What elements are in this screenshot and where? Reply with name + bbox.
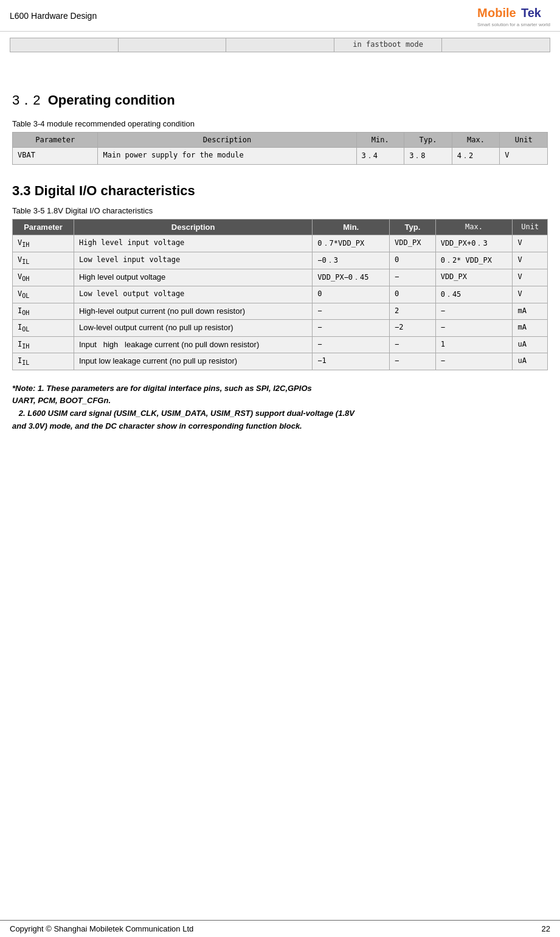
cell-unit: V — [513, 252, 548, 269]
cell-param: VOH — [13, 269, 74, 286]
col-max-mono: Max. — [435, 220, 513, 235]
cell-min: − — [313, 336, 390, 353]
cell-param: VBAT — [13, 148, 98, 165]
fastboot-cell-5 — [442, 38, 550, 52]
cell-desc: Main power supply for the module — [98, 148, 356, 165]
cell-param: VOL — [13, 286, 74, 303]
page-number: 22 — [542, 924, 550, 933]
cell-desc: Input low leakage current (no pull up re… — [74, 353, 312, 370]
page-header: L600 Hardware Design M obile Tek Smart s… — [0, 0, 560, 32]
cell-min: 0．7*VDD_PX — [313, 235, 390, 252]
cell-unit: V — [513, 269, 548, 286]
cell-min: −1 — [313, 353, 390, 370]
col-parameter: Parameter — [13, 133, 98, 148]
svg-text:M: M — [477, 6, 488, 19]
section-33: 3.3 Digital I/O characteristics — [12, 183, 548, 199]
cell-min: −0．3 — [313, 252, 390, 269]
cell-desc: Low level input voltage — [74, 252, 312, 269]
main-content: 3．2 Operating condition Table 3-4 module… — [0, 57, 560, 461]
notes-section: *Note: 1. These parameters are for digit… — [12, 382, 548, 433]
logo-mobile-part: M obile Tek — [477, 7, 550, 16]
cell-typ: VDD_PX — [390, 235, 436, 252]
logo-tagline: Smart solution for a smarter world — [477, 22, 550, 27]
cell-unit: mA — [513, 320, 548, 336]
cell-desc: Input high leakage current (no pull down… — [74, 336, 312, 353]
cell-desc: High level input voltage — [74, 235, 312, 252]
table-35-header: Parameter Description Min. Typ. Max. Uni… — [13, 220, 548, 235]
table-row: VOH High level output voltage VDD_PX−0．4… — [13, 269, 548, 286]
fastboot-cell-4: in fastboot mode — [334, 38, 443, 52]
fastboot-cell-2 — [119, 38, 227, 52]
col-parameter-bold: Parameter — [13, 220, 74, 235]
cell-param: IOH — [13, 303, 74, 320]
cell-min: − — [313, 320, 390, 336]
col-typ-bold: Typ. — [390, 220, 436, 235]
svg-text:Tek: Tek — [521, 6, 542, 19]
cell-typ: − — [390, 269, 436, 286]
svg-text:obile: obile — [488, 6, 516, 19]
table-34-caption: Table 3-4 module recommended operating c… — [12, 119, 548, 128]
cell-max: 0．45 — [435, 286, 513, 303]
col-min: Min. — [356, 133, 404, 148]
col-min-bold: Min. — [313, 220, 390, 235]
table-35-caption: Table 3-5 1.8V Digital I/O characteristi… — [12, 206, 548, 215]
col-max: Max. — [452, 133, 500, 148]
cell-typ: − — [390, 353, 436, 370]
cell-max: 0．2* VDD_PX — [435, 252, 513, 269]
copyright-text: Copyright © Shanghai Mobiletek Communica… — [10, 924, 193, 933]
table-row: IIH Input high leakage current (no pull … — [13, 336, 548, 353]
cell-max: 1 — [435, 336, 513, 353]
cell-max: − — [435, 320, 513, 336]
cell-max: VDD_PX+0．3 — [435, 235, 513, 252]
table-row: VIL Low level input voltage −0．3 0 0．2* … — [13, 252, 548, 269]
col-unit: Unit — [500, 133, 548, 148]
cell-desc: High level output voltage — [74, 269, 312, 286]
col-unit-mono: Unit — [513, 220, 548, 235]
cell-param: IOL — [13, 320, 74, 336]
cell-desc: Low level output voltage — [74, 286, 312, 303]
table-row: IOH High-level output current (no pull d… — [13, 303, 548, 320]
cell-param: IIH — [13, 336, 74, 353]
cell-typ: 0 — [390, 252, 436, 269]
cell-param: IIL — [13, 353, 74, 370]
cell-max: VDD_PX — [435, 269, 513, 286]
fastboot-bar: in fastboot mode — [10, 38, 550, 52]
cell-unit: V — [500, 148, 548, 165]
col-description-bold: Description — [74, 220, 312, 235]
cell-unit: uA — [513, 353, 548, 370]
cell-typ: −2 — [390, 320, 436, 336]
table-row: VBAT Main power supply for the module 3．… — [13, 148, 548, 165]
section-32: 3．2 Operating condition — [12, 91, 548, 109]
logo-text: M obile Tek — [477, 7, 550, 16]
cell-param: VIL — [13, 252, 74, 269]
note-text: *Note: 1. These parameters are for digit… — [12, 382, 548, 433]
fastboot-cell-3 — [226, 38, 334, 52]
table-row: VOL Low level output voltage 0 0 0．45 V — [13, 286, 548, 303]
page-footer: Copyright © Shanghai Mobiletek Communica… — [0, 920, 560, 937]
cell-typ: 2 — [390, 303, 436, 320]
cell-unit: V — [513, 286, 548, 303]
table-row: VIH High level input voltage 0．7*VDD_PX … — [13, 235, 548, 252]
table-row: IIL Input low leakage current (no pull u… — [13, 353, 548, 370]
cell-typ: − — [390, 336, 436, 353]
cell-unit: uA — [513, 336, 548, 353]
table-34-header: Parameter Description Min. Typ. Max. Uni… — [13, 133, 548, 148]
cell-max: − — [435, 303, 513, 320]
cell-min: VDD_PX−0．45 — [313, 269, 390, 286]
logo: M obile Tek Smart solution for a smarter… — [477, 4, 550, 27]
document-title: L600 Hardware Design — [10, 11, 97, 21]
cell-typ: 0 — [390, 286, 436, 303]
table-34: Parameter Description Min. Typ. Max. Uni… — [12, 132, 548, 165]
col-description: Description — [98, 133, 356, 148]
cell-unit: mA — [513, 303, 548, 320]
cell-max: − — [435, 353, 513, 370]
section-32-title: 3．2 Operating condition — [12, 91, 548, 109]
cell-desc: High-level output current (no pull down … — [74, 303, 312, 320]
cell-unit: V — [513, 235, 548, 252]
cell-max: 4．2 — [452, 148, 500, 165]
cell-min: 0 — [313, 286, 390, 303]
cell-param: VIH — [13, 235, 74, 252]
cell-typ: 3．8 — [404, 148, 452, 165]
table-row: IOL Low-level output current (no pull up… — [13, 320, 548, 336]
cell-min: − — [313, 303, 390, 320]
